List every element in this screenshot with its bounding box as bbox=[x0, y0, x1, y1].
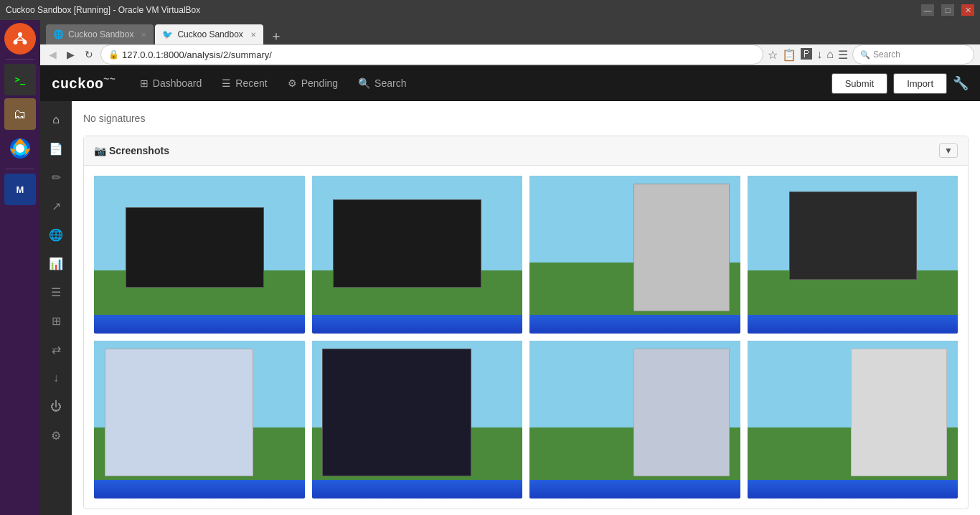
tab-2-close[interactable]: ✕ bbox=[250, 31, 256, 39]
side-nav-power[interactable]: ⏻ bbox=[43, 394, 69, 420]
screenshot-5-content bbox=[94, 341, 305, 499]
side-nav-file[interactable]: 📄 bbox=[43, 136, 69, 161]
svg-point-0 bbox=[11, 29, 29, 48]
screenshot-2[interactable] bbox=[312, 176, 523, 334]
cuckoo-navbar: cuckoo~~ ⊞ Dashboard ☰ Recent ⚙ Pending … bbox=[40, 65, 980, 101]
side-nav-home[interactable]: ⌂ bbox=[43, 107, 69, 133]
browser-toolbar: ◀ ▶ ↻ 🔒 127.0.0.1:8000/analysis/2/summar… bbox=[40, 44, 980, 65]
nav-pending[interactable]: ⚙ Pending bbox=[278, 65, 348, 101]
screenshot-1-content bbox=[94, 176, 305, 334]
screenshots-title: 📷 Screenshots bbox=[94, 145, 169, 156]
toolbar-icons: ☆ 📋 🅿 ↓ ⌂ ☰ bbox=[768, 48, 848, 62]
side-nav-shuffle[interactable]: ⇄ bbox=[43, 336, 69, 362]
tab-1-close[interactable]: ✕ bbox=[141, 31, 146, 39]
tab-1-label: Cuckoo Sandbox bbox=[68, 29, 133, 39]
taskbar-vmware-icon[interactable]: M bbox=[4, 174, 36, 205]
side-nav-list[interactable]: ☰ bbox=[43, 279, 69, 305]
taskbar-terminal-icon[interactable]: >_ bbox=[4, 64, 36, 95]
home-button[interactable]: ⌂ bbox=[826, 48, 834, 61]
side-nav-globe[interactable]: 🌐 bbox=[43, 222, 69, 247]
nav-dashboard-label: Dashboard bbox=[153, 77, 202, 89]
screenshot-8[interactable] bbox=[748, 341, 958, 499]
address-text: 127.0.0.1:8000/analysis/2/summary/ bbox=[122, 49, 272, 60]
titlebar-controls[interactable]: — □ ✕ bbox=[921, 4, 974, 16]
taskbar-firefox-icon[interactable] bbox=[4, 133, 36, 164]
pocket-button[interactable]: 🅿 bbox=[801, 48, 812, 61]
taskbar-divider-2 bbox=[6, 169, 34, 169]
window-title: Cuckoo Sandbox [Running] - Oracle VM Vir… bbox=[6, 5, 200, 15]
ss6-taskbar bbox=[312, 480, 523, 499]
screenshots-collapse-button[interactable]: ▼ bbox=[939, 143, 958, 158]
menu-button[interactable]: ☰ bbox=[838, 48, 848, 62]
side-nav-edit[interactable]: ✏ bbox=[43, 164, 69, 190]
screenshot-7-content bbox=[529, 341, 740, 499]
tab-2-label: Cuckoo Sandbox bbox=[177, 29, 242, 39]
maximize-button[interactable]: □ bbox=[941, 4, 954, 16]
nav-recent[interactable]: ☰ Recent bbox=[212, 65, 277, 101]
screenshot-7[interactable] bbox=[529, 341, 740, 499]
browser-area: 🌐 Cuckoo Sandbox ✕ 🐦 Cuckoo Sandbox ✕ ＋ … bbox=[40, 20, 980, 515]
side-nav-download[interactable]: ↓ bbox=[43, 365, 69, 391]
download-button[interactable]: ↓ bbox=[816, 48, 822, 61]
screenshot-3-content bbox=[529, 176, 740, 334]
screenshot-1[interactable] bbox=[94, 176, 305, 334]
screenshot-6-content bbox=[312, 341, 523, 499]
recent-icon: ☰ bbox=[222, 77, 231, 89]
screenshot-5[interactable] bbox=[94, 341, 305, 499]
ss7-taskbar bbox=[529, 480, 740, 499]
screenshot-2-content bbox=[312, 176, 523, 334]
ubuntu-taskbar: >_ 🗂 M bbox=[0, 20, 40, 515]
minimize-button[interactable]: — bbox=[921, 4, 934, 16]
side-nav-share[interactable]: ↗ bbox=[43, 193, 69, 219]
ss5-taskbar bbox=[94, 480, 305, 499]
browser-chrome: 🌐 Cuckoo Sandbox ✕ 🐦 Cuckoo Sandbox ✕ ＋ bbox=[40, 20, 980, 44]
screenshots-header: 📷 Screenshots ▼ bbox=[84, 136, 968, 166]
nav-search[interactable]: 🔍 Search bbox=[348, 65, 416, 101]
pending-icon: ⚙ bbox=[288, 77, 297, 89]
browser-tab-2[interactable]: 🐦 Cuckoo Sandbox ✕ bbox=[155, 24, 263, 44]
address-bar[interactable]: 🔒 127.0.0.1:8000/analysis/2/summary/ bbox=[100, 44, 763, 65]
browser-tabs: 🌐 Cuckoo Sandbox ✕ 🐦 Cuckoo Sandbox ✕ ＋ bbox=[46, 24, 974, 44]
import-button[interactable]: Import bbox=[893, 73, 947, 94]
svg-point-3 bbox=[14, 40, 18, 44]
search-bar[interactable]: 🔍 Search bbox=[852, 44, 974, 65]
svg-point-6 bbox=[16, 144, 24, 153]
screenshots-icon: 📷 bbox=[94, 145, 106, 156]
screenshot-3[interactable] bbox=[529, 176, 740, 334]
browser-row: ⌂ 📄 ✏ ↗ 🌐 📊 ☰ ⊞ ⇄ ↓ ⏻ ⚙ No signatures bbox=[40, 101, 980, 515]
search-nav-icon: 🔍 bbox=[358, 77, 370, 89]
bookmark-star-button[interactable]: ☆ bbox=[768, 48, 778, 62]
svg-point-2 bbox=[23, 40, 27, 44]
browser-tab-1[interactable]: 🌐 Cuckoo Sandbox ✕ bbox=[46, 24, 154, 44]
nav-dashboard[interactable]: ⊞ Dashboard bbox=[130, 65, 212, 101]
reload-button[interactable]: ↻ bbox=[82, 47, 96, 62]
forward-button[interactable]: ▶ bbox=[64, 47, 77, 62]
submit-button[interactable]: Submit bbox=[831, 73, 887, 94]
taskbar-ubuntu-icon[interactable] bbox=[4, 23, 36, 55]
window-titlebar: Cuckoo Sandbox [Running] - Oracle VM Vir… bbox=[0, 0, 980, 20]
ss2-taskbar bbox=[312, 315, 523, 334]
new-tab-button[interactable]: ＋ bbox=[268, 27, 285, 44]
reader-mode-button[interactable]: 📋 bbox=[782, 48, 796, 62]
back-button[interactable]: ◀ bbox=[46, 47, 60, 62]
side-nav-settings[interactable]: ⚙ bbox=[43, 422, 69, 448]
cuckoo-logo: cuckoo~~ bbox=[52, 74, 116, 93]
wrench-button[interactable]: 🔧 bbox=[953, 75, 969, 91]
screenshot-4[interactable] bbox=[748, 176, 958, 334]
content-area: No signatures 📷 Screenshots ▼ bbox=[72, 101, 980, 515]
dashboard-icon: ⊞ bbox=[140, 77, 149, 89]
screenshot-4-content bbox=[748, 176, 958, 334]
screenshot-6[interactable] bbox=[312, 341, 523, 499]
nav-right: Submit Import 🔧 bbox=[831, 73, 969, 94]
search-bar-text: Search bbox=[873, 49, 900, 60]
taskbar-divider-1 bbox=[6, 59, 34, 60]
taskbar-files-icon[interactable]: 🗂 bbox=[4, 98, 36, 130]
screenshot-8-content bbox=[748, 341, 958, 499]
nav-search-label: Search bbox=[374, 77, 406, 89]
side-nav-qr[interactable]: ⊞ bbox=[43, 308, 69, 334]
titlebar-left: Cuckoo Sandbox [Running] - Oracle VM Vir… bbox=[6, 5, 200, 15]
close-button[interactable]: ✕ bbox=[961, 4, 974, 16]
ss8-taskbar bbox=[748, 480, 958, 499]
side-nav-chart[interactable]: 📊 bbox=[43, 250, 69, 276]
nav-recent-label: Recent bbox=[235, 77, 267, 89]
